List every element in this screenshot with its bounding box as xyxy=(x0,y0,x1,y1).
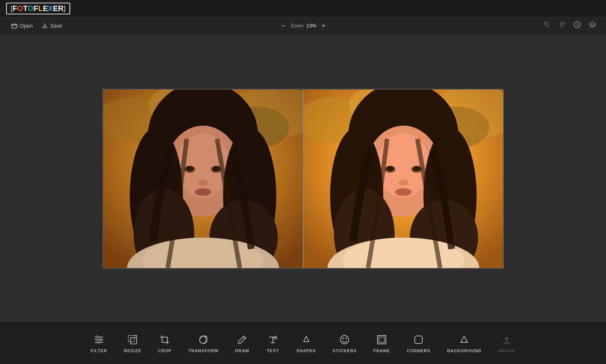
logo-e2: E xyxy=(53,4,58,13)
svg-point-39 xyxy=(386,166,394,171)
logo-e: E xyxy=(43,4,48,13)
draw-label: DRAW xyxy=(235,348,250,353)
edited-photo-svg xyxy=(304,90,503,268)
stickers-label: STICKERS xyxy=(332,348,357,353)
logo-l: L xyxy=(38,4,43,13)
svg-point-41 xyxy=(399,180,408,186)
svg-point-20 xyxy=(212,166,220,171)
svg-point-42 xyxy=(395,188,412,196)
history-button[interactable] xyxy=(571,19,583,32)
original-photo-svg xyxy=(103,90,303,268)
svg-point-21 xyxy=(198,180,208,186)
history-icon xyxy=(573,21,581,28)
save-button[interactable]: Save xyxy=(38,20,66,31)
tool-frame[interactable]: FRAME xyxy=(365,330,398,357)
zoom-label-text: Zoom xyxy=(291,23,303,28)
svg-rect-51 xyxy=(162,337,167,342)
draw-icon xyxy=(236,334,248,345)
logo-bracket-right: ] xyxy=(64,5,66,13)
save-icon xyxy=(42,23,48,29)
brand-bar: [ F O T O F L E X E R ] xyxy=(0,0,606,17)
filter-label: FILTER xyxy=(91,348,107,353)
logo-f2: F xyxy=(34,4,38,13)
transform-label: TRANSFORM xyxy=(188,348,218,353)
tool-stickers[interactable]: STICKERS xyxy=(324,330,365,357)
open-label: Open xyxy=(20,23,33,29)
svg-point-47 xyxy=(99,339,102,341)
svg-rect-0 xyxy=(12,24,17,28)
transform-icon xyxy=(198,334,209,345)
logo-t: T xyxy=(23,4,28,13)
tool-corners[interactable]: CORNERS xyxy=(398,330,439,357)
text-icon xyxy=(267,334,279,345)
undo-icon xyxy=(543,21,551,28)
open-icon xyxy=(11,23,17,29)
tool-resize[interactable]: RESIZE xyxy=(116,330,150,357)
stickers-icon xyxy=(339,334,350,345)
logo-o: O xyxy=(17,4,23,13)
crop-icon xyxy=(159,334,170,345)
svg-rect-63 xyxy=(504,342,510,344)
resize-icon xyxy=(127,334,138,345)
image-comparison xyxy=(102,89,504,269)
zoom-out-button[interactable]: − xyxy=(279,22,288,30)
tool-background[interactable]: BACKGROUND xyxy=(439,330,490,357)
edited-image xyxy=(304,90,503,268)
svg-marker-62 xyxy=(461,336,467,342)
background-label: BACKGROUND xyxy=(447,348,482,353)
layers-icon xyxy=(589,21,596,28)
svg-rect-50 xyxy=(131,338,137,344)
svg-point-46 xyxy=(96,336,98,338)
merge-icon xyxy=(501,334,512,345)
undo-button[interactable] xyxy=(541,19,553,32)
frame-icon xyxy=(376,334,387,345)
save-label: Save xyxy=(50,23,62,29)
svg-point-19 xyxy=(186,166,194,171)
svg-rect-49 xyxy=(128,336,134,342)
background-icon xyxy=(458,334,470,345)
filter-icon xyxy=(93,334,105,345)
bottom-toolbar: FILTER RESIZE CROP TRANSFORM xyxy=(0,322,606,364)
crop-label: CROP xyxy=(158,348,172,353)
tool-filter[interactable]: FILTER xyxy=(82,330,116,357)
corners-label: CORNERS xyxy=(407,348,430,353)
tool-draw[interactable]: DRAW xyxy=(227,330,258,357)
tool-crop[interactable]: CROP xyxy=(150,330,180,357)
svg-point-56 xyxy=(340,336,349,344)
logo-o2: O xyxy=(28,4,34,13)
zoom-controls: − Zoom 13% + xyxy=(279,22,327,30)
text-label: TEXT xyxy=(267,348,279,353)
logo-x: X xyxy=(48,4,53,13)
open-button[interactable]: Open xyxy=(8,20,36,31)
redo-icon xyxy=(558,21,566,28)
tool-merge[interactable]: MERGE xyxy=(490,330,524,357)
tool-shapes[interactable]: SHAPES xyxy=(288,330,324,357)
svg-point-22 xyxy=(195,188,211,196)
tool-text[interactable]: TEXT xyxy=(258,330,288,357)
frame-label: FRAME xyxy=(373,348,390,353)
shapes-label: SHAPES xyxy=(296,348,316,353)
zoom-in-button[interactable]: + xyxy=(319,22,328,30)
redo-button[interactable] xyxy=(556,19,568,32)
svg-rect-61 xyxy=(415,336,422,344)
svg-point-48 xyxy=(97,341,99,344)
logo-r: R xyxy=(58,4,63,13)
canvas-area xyxy=(0,35,606,322)
file-actions: Open Save xyxy=(8,20,66,31)
svg-line-53 xyxy=(243,337,245,339)
main-toolbar: Open Save − Zoom 13% + xyxy=(0,17,606,35)
svg-point-57 xyxy=(342,338,344,339)
corners-icon xyxy=(413,334,424,345)
layers-button[interactable] xyxy=(586,19,598,32)
shapes-icon xyxy=(301,334,312,345)
logo: [ F O T O F L E X E R ] xyxy=(6,3,70,14)
svg-marker-55 xyxy=(304,336,309,342)
svg-point-40 xyxy=(413,166,420,171)
logo-f: F xyxy=(13,4,17,13)
original-image xyxy=(103,90,303,268)
resize-label: RESIZE xyxy=(124,348,142,353)
history-controls xyxy=(541,19,598,32)
svg-rect-60 xyxy=(379,337,384,342)
svg-point-58 xyxy=(345,338,347,339)
tool-transform[interactable]: TRANSFORM xyxy=(180,330,227,357)
